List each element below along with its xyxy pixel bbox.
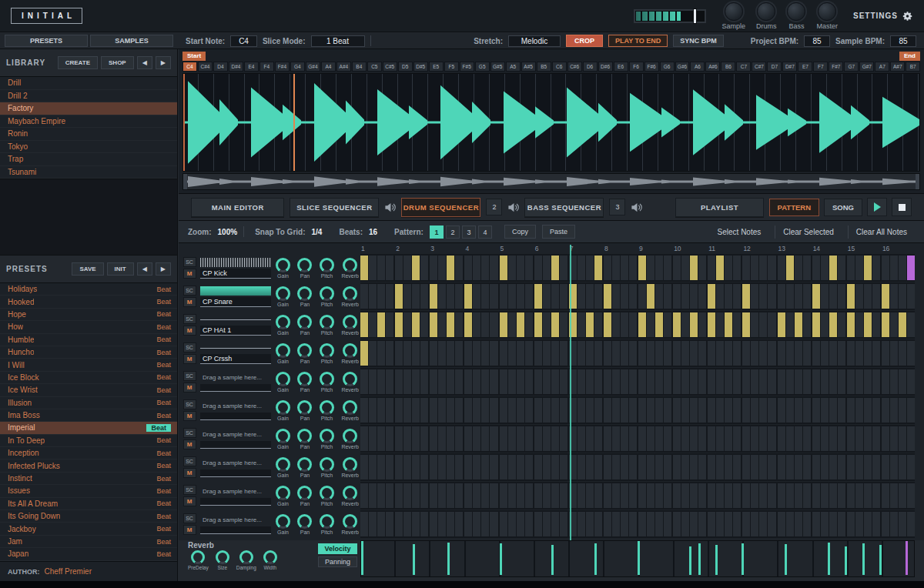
step-cell[interactable]	[795, 312, 802, 337]
solo-cue-button[interactable]: SC	[183, 371, 196, 381]
step-cell[interactable]	[838, 426, 845, 451]
step-cell[interactable]	[829, 341, 837, 366]
step-cell[interactable]	[403, 483, 411, 508]
step-cell[interactable]	[673, 312, 681, 337]
channel-knob-gain[interactable]: Gain	[276, 400, 290, 421]
step-cell[interactable]	[725, 369, 732, 394]
channel-knob-pitch[interactable]: Pitch	[320, 286, 334, 307]
step-cell[interactable]	[430, 369, 437, 394]
channel-knob-pan[interactable]: Pan	[297, 315, 312, 336]
pattern-1-button[interactable]: 1	[430, 226, 444, 239]
step-cell[interactable]	[829, 256, 837, 280]
step-cell[interactable]	[803, 426, 811, 451]
velocity-bar[interactable]	[500, 543, 502, 575]
samples-tab[interactable]: SAMPLES	[90, 35, 173, 47]
step-cell[interactable]	[594, 483, 602, 508]
step-cell[interactable]	[829, 369, 837, 394]
channel-knob-pan[interactable]: Pan	[297, 258, 312, 279]
stop-button[interactable]	[892, 198, 912, 216]
library-item[interactable]: Trap	[0, 153, 177, 166]
step-cell[interactable]	[795, 398, 802, 423]
step-cell[interactable]	[829, 312, 837, 337]
step-cell[interactable]	[673, 398, 681, 423]
step-cell[interactable]	[681, 284, 689, 309]
step-cell[interactable]	[899, 398, 906, 423]
step-cell[interactable]	[907, 341, 915, 366]
step-cell[interactable]	[907, 483, 915, 508]
step-cell[interactable]	[430, 455, 437, 479]
overview-left-handle[interactable]	[183, 174, 187, 189]
channel-knob-gain[interactable]: Gain	[276, 315, 290, 336]
sample-slot[interactable]: CP Snare	[197, 282, 274, 310]
step-cell[interactable]	[490, 284, 497, 309]
step-cell[interactable]	[377, 426, 385, 451]
step-cell[interactable]	[412, 483, 420, 508]
step-cell[interactable]	[369, 312, 377, 337]
step-cell[interactable]	[377, 341, 385, 366]
step-cell[interactable]	[360, 369, 368, 394]
step-cell[interactable]	[690, 369, 698, 394]
step-cell[interactable]	[412, 256, 420, 280]
step-cell[interactable]	[386, 512, 393, 536]
velocity-bar[interactable]	[879, 545, 882, 575]
step-cell[interactable]	[872, 341, 880, 366]
step-cell[interactable]	[360, 312, 368, 337]
step-cell[interactable]	[647, 369, 654, 394]
sample-drop-hint[interactable]: Drag a sample here...	[200, 373, 271, 383]
step-cell[interactable]	[455, 256, 463, 280]
step-cell[interactable]	[377, 455, 385, 479]
step-cell[interactable]	[664, 455, 671, 479]
step-cell[interactable]	[508, 312, 516, 337]
velocity-bar[interactable]	[413, 544, 415, 575]
note-cell[interactable]: A#7	[890, 62, 905, 72]
knob-dial[interactable]	[343, 400, 357, 415]
note-cell[interactable]: C#5	[383, 62, 397, 72]
knob-dial[interactable]	[297, 400, 312, 415]
step-cell[interactable]	[812, 512, 820, 536]
velocity-bar[interactable]	[715, 545, 718, 575]
step-cell[interactable]	[803, 455, 811, 479]
step-cell[interactable]	[525, 256, 533, 280]
step-cell[interactable]	[525, 455, 533, 479]
step-cell[interactable]	[872, 256, 880, 280]
step-cell[interactable]	[664, 426, 671, 451]
step-cell[interactable]	[803, 369, 811, 394]
preset-item[interactable]: IssuesBeat	[0, 485, 177, 497]
step-cell[interactable]	[733, 312, 741, 337]
step-cell[interactable]	[447, 426, 454, 451]
step-cell[interactable]	[508, 369, 516, 394]
step-cell[interactable]	[698, 455, 706, 479]
step-cell[interactable]	[586, 512, 594, 536]
step-cell[interactable]	[586, 341, 594, 366]
step-cell[interactable]	[638, 256, 646, 280]
velocity-bar[interactable]	[828, 543, 830, 575]
step-cell[interactable]	[638, 312, 646, 337]
step-cell[interactable]	[578, 341, 585, 366]
knob-dial[interactable]	[320, 400, 334, 415]
step-cell[interactable]	[647, 256, 654, 280]
init-button[interactable]: INIT	[107, 262, 134, 276]
step-cell[interactable]	[690, 341, 698, 366]
sample-name[interactable]: CP Kick	[200, 269, 271, 279]
step-cell[interactable]	[560, 512, 567, 536]
step-cell[interactable]	[907, 369, 915, 394]
note-cell[interactable]: D#7	[782, 62, 797, 72]
knob-dial[interactable]	[276, 400, 290, 415]
step-cell[interactable]	[629, 483, 637, 508]
step-cell[interactable]	[882, 284, 889, 309]
step-cell[interactable]	[481, 398, 489, 423]
solo-cue-button[interactable]: SC	[183, 456, 196, 466]
knob-dial[interactable]	[297, 457, 312, 472]
step-cell[interactable]	[534, 512, 542, 536]
step-cell[interactable]	[664, 284, 671, 309]
step-cell[interactable]	[847, 284, 855, 309]
preset-item[interactable]: Its Going DownBeat	[0, 510, 177, 523]
step-cell[interactable]	[629, 398, 637, 423]
channel-knob-pan[interactable]: Pan	[297, 343, 312, 364]
step-cell[interactable]	[698, 426, 706, 451]
step-cell[interactable]	[543, 512, 551, 536]
sample-slot[interactable]: CP Crssh	[197, 339, 274, 367]
step-cell[interactable]	[586, 284, 594, 309]
step-cell[interactable]	[543, 284, 551, 309]
step-cell[interactable]	[638, 369, 646, 394]
